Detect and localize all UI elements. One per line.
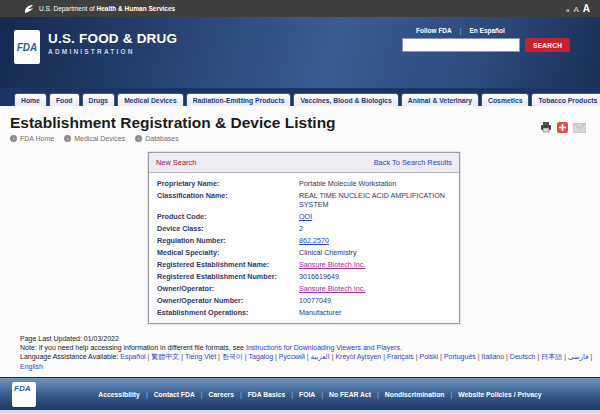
language-link[interactable]: 한국어 — [222, 353, 243, 360]
language-link[interactable]: Русский — [279, 353, 305, 360]
row-label: Regulation Number: — [157, 236, 299, 245]
row-value: 3016619649 — [299, 272, 451, 281]
back-to-search-results-link[interactable]: Back To Search Results — [374, 158, 452, 167]
footer-link-contact-fda[interactable]: Contact FDA — [154, 391, 195, 398]
follow-fda-link[interactable]: Follow FDA — [416, 27, 452, 34]
footer-link-foia[interactable]: FOIA — [299, 391, 315, 398]
panel-header: New Search Back To Search Results — [149, 153, 459, 173]
email-icon[interactable] — [573, 123, 586, 133]
row-value: 2 — [299, 224, 451, 233]
row-label: Owner/Operator Number: — [157, 296, 299, 305]
row-label: Registered Establishment Number: — [157, 272, 299, 281]
language-link[interactable]: Português — [444, 353, 476, 360]
footer-link-nondiscrimination[interactable]: Nondiscrimination — [385, 391, 445, 398]
table-row: Proprietary Name:Portable Molecule Works… — [149, 177, 459, 189]
hhs-department-link[interactable]: U.S. Department of Health & Human Servic… — [39, 5, 175, 12]
language-link[interactable]: English — [20, 363, 43, 370]
footer-link-separator: | — [240, 391, 242, 398]
device-detail-rows: Proprietary Name:Portable Molecule Works… — [149, 173, 459, 323]
font-size-controls: a A A — [566, 3, 590, 14]
device-detail-panel: New Search Back To Search Results Propri… — [148, 152, 460, 324]
font-size-small-button[interactable]: a — [566, 7, 569, 13]
language-link[interactable]: Français — [387, 353, 414, 360]
footer-link-fda-basics[interactable]: FDA Basics — [248, 391, 286, 398]
row-value: Sansure Biotech Inc. — [299, 260, 451, 269]
nav-tab-animal-veterinary[interactable]: Animal & Veterinary — [401, 93, 479, 106]
en-espanol-link[interactable]: En Español — [469, 27, 504, 34]
share-icon[interactable] — [557, 122, 568, 133]
bottom-strip — [0, 410, 600, 414]
hhs-eagle-icon — [24, 4, 34, 14]
viewers-players-link[interactable]: Instructions for Downloading Viewers and… — [246, 344, 402, 351]
row-value-link[interactable]: Sansure Biotech Inc. — [299, 260, 365, 269]
table-row: Regulation Number:862.2570 — [149, 234, 459, 246]
language-link[interactable]: فارسی — [568, 353, 589, 360]
nav-tab-cosmetics[interactable]: Cosmetics — [481, 93, 529, 106]
footer-link-careers[interactable]: Careers — [209, 391, 234, 398]
footer-link-website-policies-privacy[interactable]: Website Policies / Privacy — [458, 391, 541, 398]
breadcrumb-label: Medical Devices — [74, 135, 125, 142]
language-assistance-label: Language Assistance Available: — [20, 353, 120, 360]
page-action-icons — [540, 122, 586, 133]
font-size-large-button[interactable]: A — [583, 3, 590, 14]
language-link[interactable]: Kreyòl Ayisyen — [335, 353, 381, 360]
footer-bar: FDA Accessibility|Contact FDA|Careers|FD… — [0, 377, 600, 410]
nav-tab-tobacco-products[interactable]: Tobacco Products — [531, 93, 600, 106]
breadcrumb-medical-devices[interactable]: ›Medical Devices — [64, 135, 125, 142]
row-label: Owner/Operator: — [157, 284, 299, 293]
row-value: Sansure Biotech Inc. — [299, 284, 451, 293]
nav-tab-food[interactable]: Food — [49, 93, 80, 106]
fda-header: FDA U.S. FOOD & DRUG ADMINISTRATION Foll… — [0, 17, 600, 88]
search-button[interactable]: SEARCH — [525, 38, 570, 52]
agency-title: U.S. FOOD & DRUG ADMINISTRATION — [48, 31, 177, 55]
language-link[interactable]: 日本語 — [541, 353, 562, 360]
print-icon[interactable] — [540, 122, 552, 133]
row-value-link[interactable]: 862.2570 — [299, 236, 329, 245]
nav-tab-medical-devices[interactable]: Medical Devices — [117, 93, 184, 106]
breadcrumb-label: FDA Home — [20, 135, 54, 142]
footer-links: Accessibility|Contact FDA|Careers|FDA Ba… — [58, 391, 541, 398]
page-footer-text: Page Last Updated: 01/03/2022 Note: If y… — [20, 334, 598, 371]
search-input[interactable] — [402, 38, 520, 52]
footer-link-no-fear-act[interactable]: No FEAR Act — [329, 391, 371, 398]
fda-page: U.S. Department of Health & Human Servic… — [0, 0, 600, 414]
language-link[interactable]: Tagalog — [249, 353, 274, 360]
table-row: Registered Establishment Name:Sansure Bi… — [149, 258, 459, 270]
nav-tab-drugs[interactable]: Drugs — [82, 93, 116, 106]
row-value-link[interactable]: OOI — [299, 212, 312, 221]
row-value-link[interactable]: Sansure Biotech Inc. — [299, 284, 365, 293]
language-link[interactable]: العربية — [311, 353, 330, 360]
formats-note: Note: If you need help accessing informa… — [20, 343, 598, 352]
table-row: Owner/Operator Number:10077049 — [149, 294, 459, 306]
breadcrumb-databases[interactable]: ›Databases — [135, 135, 178, 142]
font-size-medium-button[interactable]: A — [573, 5, 578, 14]
table-row: Device Class:2 — [149, 222, 459, 234]
row-value: Clinical Chemistry — [299, 248, 451, 257]
main-nav: HomeFoodDrugsMedical DevicesRadiation-Em… — [0, 88, 600, 106]
row-value: 862.2570 — [299, 236, 451, 245]
table-row: Establishment Operations:Manufacturer — [149, 306, 459, 318]
row-value: 10077049 — [299, 296, 451, 305]
language-link[interactable]: Deutsch — [510, 353, 536, 360]
nav-tab-radiation-emitting-products[interactable]: Radiation-Emitting Products — [186, 93, 292, 106]
language-link[interactable]: 繁體中文 — [151, 353, 179, 360]
agency-title-line1: U.S. FOOD & DRUG — [48, 31, 177, 46]
table-row: Product Code:OOI — [149, 210, 459, 222]
language-link[interactable]: Tiếng Việt — [185, 353, 216, 360]
language-link[interactable]: Italiano — [482, 353, 505, 360]
new-search-link[interactable]: New Search — [156, 158, 196, 167]
breadcrumb: ›FDA Home›Medical Devices›Databases — [10, 135, 590, 142]
language-link[interactable]: Español — [120, 353, 145, 360]
nav-tab-vaccines-blood-biologics[interactable]: Vaccines, Blood & Biologics — [293, 93, 398, 106]
footer-fda-logo[interactable]: FDA — [12, 382, 36, 407]
footer-link-separator: | — [201, 391, 203, 398]
nav-tab-home[interactable]: Home — [14, 93, 47, 106]
row-value: OOI — [299, 212, 451, 221]
footer-link-accessibility[interactable]: Accessibility — [98, 391, 140, 398]
language-link[interactable]: Polski — [419, 353, 438, 360]
fda-logo[interactable]: FDA — [14, 30, 40, 64]
footer-link-separator: | — [146, 391, 148, 398]
row-label: Product Code: — [157, 212, 299, 221]
row-label: Registered Establishment Name: — [157, 260, 299, 269]
breadcrumb-fda-home[interactable]: ›FDA Home — [10, 135, 54, 142]
